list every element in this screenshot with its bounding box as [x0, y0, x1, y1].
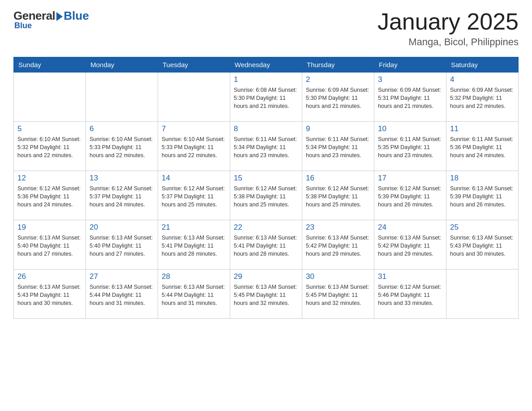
day-info: Sunrise: 6:11 AM Sunset: 5:34 PM Dayligh… — [234, 135, 298, 159]
calendar-subtitle: Manga, Bicol, Philippines — [378, 36, 519, 48]
day-info: Sunrise: 6:12 AM Sunset: 5:37 PM Dayligh… — [162, 184, 226, 209]
logo-blue-text: Blue — [64, 9, 89, 23]
week-row-4: 19Sunrise: 6:13 AM Sunset: 5:40 PM Dayli… — [14, 220, 519, 270]
calendar-cell: 4Sunrise: 6:09 AM Sunset: 5:32 PM Daylig… — [446, 73, 519, 122]
calendar-cell: 14Sunrise: 6:12 AM Sunset: 5:37 PM Dayli… — [158, 171, 230, 220]
calendar-cell: 23Sunrise: 6:13 AM Sunset: 5:42 PM Dayli… — [302, 220, 374, 270]
calendar-cell: 13Sunrise: 6:12 AM Sunset: 5:37 PM Dayli… — [86, 171, 158, 220]
day-info: Sunrise: 6:12 AM Sunset: 5:36 PM Dayligh… — [17, 184, 82, 209]
column-header-monday: Monday — [86, 57, 158, 73]
calendar-cell — [86, 73, 158, 122]
day-number: 21 — [162, 223, 226, 232]
day-number: 3 — [378, 75, 442, 84]
day-number: 18 — [450, 174, 515, 183]
day-info: Sunrise: 6:13 AM Sunset: 5:45 PM Dayligh… — [306, 283, 370, 307]
day-info: Sunrise: 6:11 AM Sunset: 5:35 PM Dayligh… — [378, 135, 442, 159]
day-info: Sunrise: 6:13 AM Sunset: 5:41 PM Dayligh… — [234, 234, 298, 258]
day-info: Sunrise: 6:13 AM Sunset: 5:39 PM Dayligh… — [450, 184, 515, 209]
calendar-cell: 26Sunrise: 6:13 AM Sunset: 5:43 PM Dayli… — [14, 270, 86, 319]
calendar-cell: 6Sunrise: 6:10 AM Sunset: 5:33 PM Daylig… — [86, 122, 158, 171]
calendar-cell: 15Sunrise: 6:12 AM Sunset: 5:38 PM Dayli… — [230, 171, 302, 220]
calendar-cell — [446, 270, 519, 319]
calendar-cell: 24Sunrise: 6:13 AM Sunset: 5:42 PM Dayli… — [374, 220, 446, 270]
day-info: Sunrise: 6:08 AM Sunset: 5:30 PM Dayligh… — [234, 86, 298, 110]
day-info: Sunrise: 6:13 AM Sunset: 5:43 PM Dayligh… — [17, 283, 82, 307]
day-number: 1 — [234, 75, 298, 84]
calendar-title: January 2025 — [378, 9, 519, 34]
day-info: Sunrise: 6:13 AM Sunset: 5:42 PM Dayligh… — [378, 234, 442, 258]
column-header-wednesday: Wednesday — [230, 57, 302, 73]
day-info: Sunrise: 6:12 AM Sunset: 5:46 PM Dayligh… — [378, 283, 442, 307]
day-info: Sunrise: 6:13 AM Sunset: 5:41 PM Dayligh… — [162, 234, 226, 258]
calendar-cell: 5Sunrise: 6:10 AM Sunset: 5:32 PM Daylig… — [14, 122, 86, 171]
day-number: 4 — [450, 75, 515, 84]
day-number: 28 — [162, 272, 226, 281]
day-number: 7 — [162, 124, 226, 133]
day-number: 22 — [234, 223, 298, 232]
day-number: 24 — [378, 223, 442, 232]
day-number: 13 — [90, 174, 154, 183]
calendar-cell: 9Sunrise: 6:11 AM Sunset: 5:34 PM Daylig… — [302, 122, 374, 171]
logo-subtitle: Blue — [14, 21, 32, 30]
week-row-2: 5Sunrise: 6:10 AM Sunset: 5:32 PM Daylig… — [14, 122, 519, 171]
column-header-saturday: Saturday — [446, 57, 519, 73]
day-info: Sunrise: 6:09 AM Sunset: 5:31 PM Dayligh… — [378, 86, 442, 110]
day-number: 29 — [234, 272, 298, 281]
week-row-1: 1Sunrise: 6:08 AM Sunset: 5:30 PM Daylig… — [14, 73, 519, 122]
day-number: 12 — [17, 174, 82, 183]
day-number: 17 — [378, 174, 442, 183]
day-number: 30 — [306, 272, 370, 281]
calendar-cell: 27Sunrise: 6:13 AM Sunset: 5:44 PM Dayli… — [86, 270, 158, 319]
calendar-cell: 20Sunrise: 6:13 AM Sunset: 5:40 PM Dayli… — [86, 220, 158, 270]
day-info: Sunrise: 6:13 AM Sunset: 5:40 PM Dayligh… — [90, 234, 154, 258]
day-number: 10 — [378, 124, 442, 133]
calendar-cell: 8Sunrise: 6:11 AM Sunset: 5:34 PM Daylig… — [230, 122, 302, 171]
day-number: 27 — [90, 272, 154, 281]
calendar-cell: 22Sunrise: 6:13 AM Sunset: 5:41 PM Dayli… — [230, 220, 302, 270]
day-info: Sunrise: 6:09 AM Sunset: 5:30 PM Dayligh… — [306, 86, 370, 110]
logo: General Blue Blue — [13, 9, 89, 30]
day-info: Sunrise: 6:10 AM Sunset: 5:33 PM Dayligh… — [90, 135, 154, 159]
day-info: Sunrise: 6:13 AM Sunset: 5:43 PM Dayligh… — [450, 234, 515, 258]
day-info: Sunrise: 6:13 AM Sunset: 5:40 PM Dayligh… — [17, 234, 82, 258]
day-number: 20 — [90, 223, 154, 232]
day-number: 6 — [90, 124, 154, 133]
calendar-cell: 21Sunrise: 6:13 AM Sunset: 5:41 PM Dayli… — [158, 220, 230, 270]
calendar-cell — [158, 73, 230, 122]
calendar-cell: 28Sunrise: 6:13 AM Sunset: 5:44 PM Dayli… — [158, 270, 230, 319]
column-header-thursday: Thursday — [302, 57, 374, 73]
column-header-sunday: Sunday — [14, 57, 86, 73]
day-info: Sunrise: 6:11 AM Sunset: 5:34 PM Dayligh… — [306, 135, 370, 159]
day-info: Sunrise: 6:13 AM Sunset: 5:42 PM Dayligh… — [306, 234, 370, 258]
calendar-cell: 1Sunrise: 6:08 AM Sunset: 5:30 PM Daylig… — [230, 73, 302, 122]
day-number: 23 — [306, 223, 370, 232]
calendar-cell: 11Sunrise: 6:11 AM Sunset: 5:36 PM Dayli… — [446, 122, 519, 171]
calendar-cell: 29Sunrise: 6:13 AM Sunset: 5:45 PM Dayli… — [230, 270, 302, 319]
day-info: Sunrise: 6:12 AM Sunset: 5:38 PM Dayligh… — [306, 184, 370, 209]
day-info: Sunrise: 6:10 AM Sunset: 5:33 PM Dayligh… — [162, 135, 226, 159]
day-info: Sunrise: 6:13 AM Sunset: 5:44 PM Dayligh… — [90, 283, 154, 307]
day-number: 19 — [17, 223, 82, 232]
day-number: 26 — [17, 272, 82, 281]
week-row-5: 26Sunrise: 6:13 AM Sunset: 5:43 PM Dayli… — [14, 270, 519, 319]
calendar-cell: 3Sunrise: 6:09 AM Sunset: 5:31 PM Daylig… — [374, 73, 446, 122]
day-number: 9 — [306, 124, 370, 133]
day-info: Sunrise: 6:12 AM Sunset: 5:38 PM Dayligh… — [234, 184, 298, 209]
day-number: 16 — [306, 174, 370, 183]
day-number: 14 — [162, 174, 226, 183]
day-number: 25 — [450, 223, 515, 232]
day-info: Sunrise: 6:12 AM Sunset: 5:37 PM Dayligh… — [90, 184, 154, 209]
calendar-table: SundayMondayTuesdayWednesdayThursdayFrid… — [13, 57, 519, 319]
day-number: 5 — [17, 124, 82, 133]
calendar-cell — [14, 73, 86, 122]
column-header-friday: Friday — [374, 57, 446, 73]
calendar-cell: 19Sunrise: 6:13 AM Sunset: 5:40 PM Dayli… — [14, 220, 86, 270]
day-info: Sunrise: 6:11 AM Sunset: 5:36 PM Dayligh… — [450, 135, 515, 159]
calendar-cell: 12Sunrise: 6:12 AM Sunset: 5:36 PM Dayli… — [14, 171, 86, 220]
calendar-cell: 25Sunrise: 6:13 AM Sunset: 5:43 PM Dayli… — [446, 220, 519, 270]
day-number: 15 — [234, 174, 298, 183]
day-info: Sunrise: 6:10 AM Sunset: 5:32 PM Dayligh… — [17, 135, 82, 159]
calendar-cell: 10Sunrise: 6:11 AM Sunset: 5:35 PM Dayli… — [374, 122, 446, 171]
week-row-3: 12Sunrise: 6:12 AM Sunset: 5:36 PM Dayli… — [14, 171, 519, 220]
day-info: Sunrise: 6:12 AM Sunset: 5:39 PM Dayligh… — [378, 184, 442, 209]
